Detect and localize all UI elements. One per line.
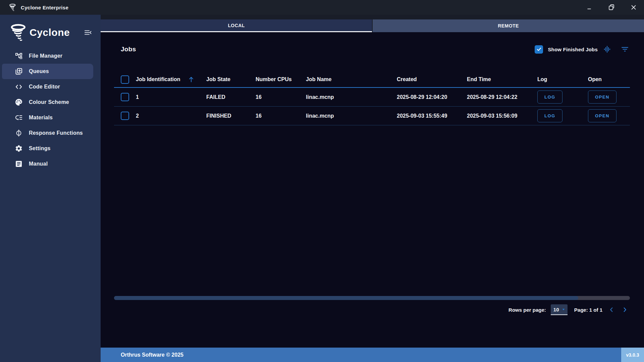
equalizer-icon[interactable]	[602, 45, 612, 54]
gear-icon	[15, 144, 23, 153]
palette-icon	[15, 98, 23, 106]
log-button[interactable]: LOG	[537, 109, 562, 122]
sidebar-item-label: Queues	[29, 68, 49, 74]
tab-remote[interactable]: REMOTE	[373, 19, 644, 32]
column-header-open: Open	[588, 76, 630, 82]
sidebar-item-code-editor[interactable]: Code Editor	[2, 79, 93, 95]
sidebar-item-label: Response Functions	[29, 130, 83, 136]
jobs-table: Job Identification Job State Number CPUs…	[114, 72, 630, 125]
cell-job-id: 2	[136, 113, 206, 119]
rows-per-page-label: Rows per page:	[508, 307, 546, 313]
sidebar-item-materials[interactable]: Materials	[2, 110, 93, 125]
cell-end-time: 2025-08-29 12:04:22	[467, 94, 537, 100]
cell-job-name: linac.mcnp	[306, 94, 397, 100]
show-finished-checkbox[interactable]	[535, 45, 543, 54]
filter-icon[interactable]	[620, 44, 630, 54]
sidebar-menu: File Manager Queues	[0, 48, 101, 172]
page-title: Jobs	[121, 46, 136, 53]
sidebar-item-response-functions[interactable]: Response Functions	[2, 125, 93, 141]
cell-job-name: linac.mcnp	[306, 113, 397, 119]
tab-remote-label: REMOTE	[498, 23, 519, 28]
file-tree-icon	[15, 52, 23, 60]
column-header-job-id[interactable]: Job Identification	[136, 76, 180, 82]
scrollbar-thumb[interactable]	[114, 296, 578, 300]
cell-job-state: FINISHED	[206, 113, 256, 119]
table-row: 2 FINISHED 16 linac.mcnp 2025-09-03 15:5…	[114, 107, 630, 125]
response-functions-icon	[15, 129, 23, 137]
table-row: 1 FAILED 16 linac.mcnp 2025-08-29 12:04:…	[114, 88, 630, 107]
sidebar-item-label: Materials	[29, 115, 53, 121]
page-status: Page: 1 of 1	[574, 307, 602, 313]
window-title: Cyclone Enterprise	[21, 5, 68, 10]
code-icon	[15, 83, 23, 91]
tab-bar: LOCAL REMOTE	[101, 15, 644, 32]
cell-created: 2025-08-29 12:04:20	[397, 94, 467, 100]
show-finished-label: Show Finished Jobs	[548, 47, 598, 52]
sidebar-item-manual[interactable]: Manual	[2, 156, 93, 172]
sidebar-item-file-manager[interactable]: File Manager	[2, 48, 93, 64]
pagination-bar: Rows per page: 10 Page: 1 of 1	[114, 304, 629, 315]
horizontal-scrollbar[interactable]	[114, 296, 630, 300]
materials-list-icon	[15, 114, 23, 122]
row-select-checkbox[interactable]	[121, 93, 129, 101]
sidebar-collapse-icon[interactable]	[84, 28, 92, 37]
window-maximize-icon[interactable]	[607, 3, 616, 12]
copyright-text: Orthrus Software © 2025	[121, 352, 183, 358]
column-header-job-state[interactable]: Job State	[206, 76, 256, 82]
page-next-icon[interactable]	[621, 305, 629, 314]
rows-per-page-value: 10	[553, 307, 559, 312]
tab-local[interactable]: LOCAL	[101, 19, 372, 32]
sidebar-item-label: Settings	[29, 145, 51, 152]
window-close-icon[interactable]	[629, 3, 638, 12]
tornado-logo-icon	[9, 23, 28, 42]
sidebar-item-label: Colour Scheme	[29, 99, 69, 105]
sidebar-item-colour-scheme[interactable]: Colour Scheme	[2, 95, 93, 110]
cell-num-cpus: 16	[256, 113, 306, 119]
sidebar-item-settings[interactable]: Settings	[2, 141, 93, 156]
column-header-log: Log	[537, 76, 588, 82]
tab-local-label: LOCAL	[228, 23, 245, 28]
jobs-panel: Jobs Show Finished Jobs	[101, 32, 644, 348]
rows-per-page-select[interactable]: 10	[551, 304, 568, 315]
column-header-end-time[interactable]: End Time	[467, 76, 537, 82]
open-button[interactable]: OPEN	[588, 90, 616, 104]
row-select-checkbox[interactable]	[121, 112, 129, 120]
select-all-checkbox[interactable]	[121, 75, 129, 84]
page-prev-icon[interactable]	[607, 305, 616, 314]
footer: Orthrus Software © 2025 v3.0.3	[101, 348, 644, 362]
cell-job-state: FAILED	[206, 94, 256, 100]
app-window: Cyclone Enterprise	[0, 0, 644, 362]
tornado-logo-icon	[9, 3, 17, 11]
window-minimize-icon[interactable]	[585, 3, 594, 12]
cell-num-cpus: 16	[256, 94, 306, 100]
book-icon	[15, 160, 23, 168]
cell-job-id: 1	[136, 94, 206, 100]
cell-created: 2025-09-03 15:55:49	[397, 113, 467, 119]
log-button[interactable]: LOG	[537, 90, 562, 104]
version-badge: v3.0.3	[621, 348, 644, 362]
cell-end-time: 2025-09-03 15:56:09	[467, 113, 537, 119]
sort-ascending-icon[interactable]	[187, 76, 195, 83]
dropdown-caret-icon	[561, 307, 566, 312]
sidebar-item-queues[interactable]: Queues	[2, 64, 93, 79]
titlebar: Cyclone Enterprise	[0, 0, 644, 15]
sidebar-logo: Cyclone	[0, 15, 101, 48]
open-button[interactable]: OPEN	[588, 109, 616, 122]
column-header-job-name[interactable]: Job Name	[306, 76, 397, 82]
column-header-num-cpus[interactable]: Number CPUs	[256, 76, 306, 82]
logo-text: Cyclone	[30, 27, 70, 38]
sidebar: Cyclone File Manager	[0, 15, 101, 362]
window-controls	[585, 3, 638, 12]
sidebar-item-label: Manual	[29, 161, 48, 167]
table-header-row: Job Identification Job State Number CPUs…	[114, 72, 630, 88]
sidebar-item-label: File Manager	[29, 53, 62, 59]
column-header-created[interactable]: Created	[397, 76, 467, 82]
queue-add-icon	[15, 67, 23, 75]
sidebar-item-label: Code Editor	[29, 84, 60, 90]
